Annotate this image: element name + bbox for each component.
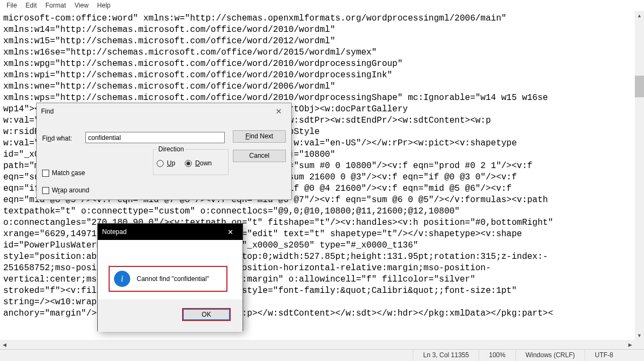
status-zoom: 100%	[479, 350, 515, 361]
wrap-around-label: Wrap around	[52, 186, 89, 194]
match-case-label: Match case	[52, 169, 85, 177]
direction-up-label: Up	[167, 159, 175, 167]
ok-button[interactable]: OK	[182, 308, 231, 321]
direction-label: Direction	[157, 145, 185, 153]
direction-up-radio[interactable]	[157, 160, 164, 167]
status-encoding: UTF-8	[585, 350, 644, 361]
info-icon: i	[114, 271, 130, 287]
scroll-right-arrow-icon[interactable]: ▶	[626, 340, 635, 349]
close-icon[interactable]: ✕	[222, 228, 238, 236]
menu-file[interactable]: File	[2, 1, 21, 10]
menu-format[interactable]: Format	[41, 1, 70, 10]
menu-help[interactable]: Help	[93, 1, 115, 10]
match-case-checkbox[interactable]	[42, 170, 49, 177]
status-line-ending: Windows (CRLF)	[515, 350, 585, 361]
find-next-button[interactable]: Find Next	[233, 130, 286, 143]
close-icon[interactable]: ✕	[271, 107, 287, 116]
menu-bar: File Edit Format View Help	[0, 0, 644, 11]
wrap-around-checkbox[interactable]	[42, 187, 49, 194]
menu-view[interactable]: View	[70, 1, 93, 10]
direction-down-radio[interactable]	[185, 160, 192, 167]
direction-down-label: Down	[195, 159, 212, 167]
scroll-thumb[interactable]	[635, 76, 644, 97]
scroll-up-arrow-icon[interactable]: ▲	[635, 11, 644, 20]
find-dialog: Find ✕ Find what: Find Next Cancel Direc…	[36, 103, 292, 200]
message-text: Cannot find "confidential"	[137, 275, 209, 283]
direction-group: Direction Up Down	[153, 149, 229, 175]
scroll-left-arrow-icon[interactable]: ◀	[0, 340, 9, 349]
horizontal-scrollbar[interactable]: ◀ ▶	[0, 340, 635, 349]
scroll-down-arrow-icon[interactable]: ▼	[635, 331, 644, 340]
menu-edit[interactable]: Edit	[21, 1, 41, 10]
message-content: i Cannot find "confidential"	[109, 266, 227, 292]
cancel-button[interactable]: Cancel	[233, 150, 286, 162]
find-what-label: Find what:	[42, 135, 72, 142]
find-dialog-title: Find	[41, 108, 271, 115]
find-what-input[interactable]	[85, 132, 225, 143]
vertical-scrollbar[interactable]: ▲ ▼	[635, 11, 644, 349]
message-dialog: Notepad ✕ i Cannot find "confidential" O…	[97, 223, 243, 331]
status-bar: Ln 3, Col 11355 100% Windows (CRLF) UTF-…	[0, 349, 644, 361]
status-position: Ln 3, Col 11355	[413, 350, 479, 361]
message-dialog-title: Notepad	[102, 228, 222, 236]
